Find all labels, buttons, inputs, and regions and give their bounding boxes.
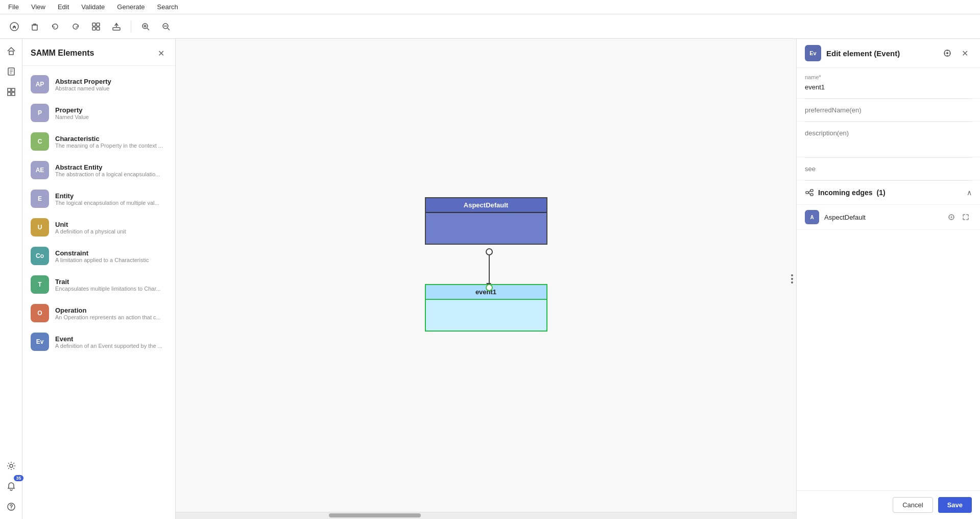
sidebar-item-abstract-entity[interactable]: AE Abstract Entity The abstraction of a … [22,156,175,184]
redo-button[interactable] [67,18,84,35]
edge-expand-button[interactable] [960,211,972,223]
undo-button[interactable] [47,18,63,35]
samm-info-operation: Operation An Operation represents an act… [55,306,167,320]
svg-rect-24 [12,92,15,96]
preferred-name-field [797,99,980,122]
menu-view[interactable]: View [29,2,47,12]
sidebar-item-unit[interactable]: U Unit A definition of a physical unit [22,213,175,242]
edge-locate-button[interactable] [945,211,958,223]
samm-desc-unit: A definition of a physical unit [55,228,167,234]
nav-home-button[interactable] [3,43,19,59]
svg-point-29 [946,52,948,54]
nav-grid-button[interactable] [3,84,19,100]
preferred-name-input[interactable] [805,105,972,115]
svg-rect-1 [32,25,37,30]
canvas-area[interactable]: AspectDefault event1 [176,39,796,519]
incoming-edges-header[interactable]: Incoming edges (1) ∧ [797,181,980,205]
samm-desc-abstract-entity: The abstraction of a logical encapsulati… [55,171,167,177]
sidebar-item-abstract-property[interactable]: AP Abstract Property Abstract named valu… [22,70,175,99]
sidebar-item-event[interactable]: Ev Event A definition of an Event suppor… [22,327,175,356]
menu-file[interactable]: File [6,2,21,12]
notification-badge[interactable]: 35 [3,478,19,494]
samm-badge-characteristic: C [31,132,49,151]
samm-info-abstract-property: Abstract Property Abstract named value [55,78,167,91]
notification-count: 35 [14,475,23,481]
samm-info-property: Property Named Value [55,106,167,120]
aspect-node[interactable]: AspectDefault [425,197,547,245]
canvas-scrollbar[interactable] [176,512,796,519]
help-button[interactable] [3,499,19,515]
menu-generate[interactable]: Generate [115,2,147,12]
sidebar-item-characteristic[interactable]: C Characteristic The meaning of a Proper… [22,127,175,156]
right-panel-close-button[interactable]: ✕ [958,46,972,60]
edge-items-container: A AspectDefault [797,205,980,230]
samm-name-trait: Trait [55,278,167,286]
samm-badge-entity: E [31,190,49,208]
event-node-body [426,300,546,331]
menu-edit[interactable]: Edit [56,2,71,12]
menu-validate[interactable]: Validate [79,2,107,12]
sidebar-header: SAMM Elements ✕ [22,39,175,66]
samm-info-abstract-entity: Abstract Entity The abstraction of a log… [55,163,167,177]
samm-name-entity: Entity [55,192,167,200]
incoming-edges-section: Incoming edges (1) ∧ A AspectDefault [797,181,980,230]
sidebar-item-entity[interactable]: E Entity The logical encapsulation of mu… [22,184,175,213]
name-label: name* [805,74,972,80]
sidebar-item-trait[interactable]: T Trait Encapsulates multiple limitation… [22,270,175,299]
samm-badge-abstract-property: AP [31,75,49,93]
sidebar-item-constraint[interactable]: Co Constraint A limitation applied to a … [22,242,175,270]
right-panel-badge: Ev [805,45,821,61]
event-node[interactable]: event1 [425,284,547,332]
toolbar-divider [131,20,131,33]
samm-desc-characteristic: The meaning of a Property in the context… [55,143,167,149]
description-input[interactable] [805,128,972,149]
right-panel-actions: ✕ [940,46,972,60]
delete-button[interactable] [27,18,43,35]
see-input[interactable] [805,164,972,174]
right-panel-locate-button[interactable] [940,46,954,60]
edge-actions [945,211,972,223]
samm-info-constraint: Constraint A limitation applied to a Cha… [55,249,167,263]
export-button[interactable] [108,18,125,35]
canvas-context-menu[interactable] [789,270,795,288]
home-button[interactable] [6,18,22,35]
diagram-button[interactable] [88,18,104,35]
samm-desc-operation: An Operation represents an action that c… [55,314,167,320]
right-panel: Ev Edit element (Event) ✕ name* [796,39,980,519]
samm-badge-trait: T [31,275,49,294]
samm-badge-event: Ev [31,333,49,351]
svg-line-37 [808,191,810,193]
nav-files-button[interactable] [3,63,19,80]
samm-name-property: Property [55,106,167,114]
svg-line-10 [147,28,149,30]
save-button[interactable]: Save [938,497,972,513]
zoom-out-button[interactable] [158,18,174,35]
incoming-edges-title: Incoming edges (1) [805,188,886,197]
svg-rect-7 [113,28,120,30]
sidebar-close-button[interactable]: ✕ [155,47,167,59]
name-input[interactable] [805,82,972,92]
zoom-in-button[interactable] [137,18,154,35]
samm-badge-operation: O [31,304,49,322]
svg-rect-16 [9,51,13,55]
right-panel-content: name* [797,68,980,490]
samm-info-trait: Trait Encapsulates multiple limitations … [55,278,167,292]
scrollbar-thumb[interactable] [329,513,421,517]
svg-line-38 [808,193,810,195]
svg-rect-36 [810,194,813,196]
aspect-node-header: AspectDefault [426,198,546,213]
samm-name-unit: Unit [55,221,167,228]
canvas-inner: AspectDefault event1 [176,39,796,519]
diagram-container: AspectDefault event1 [410,197,563,361]
right-panel-header: Ev Edit element (Event) ✕ [797,39,980,68]
svg-rect-5 [92,27,95,30]
samm-name-abstract-property: Abstract Property [55,78,167,85]
samm-name-characteristic: Characteristic [55,135,167,143]
incoming-edges-count: (1) [877,188,886,197]
menu-search[interactable]: Search [155,2,180,12]
sidebar-item-operation[interactable]: O Operation An Operation represents an a… [22,299,175,327]
samm-desc-event: A definition of an Event supported by th… [55,343,167,349]
cancel-button[interactable]: Cancel [893,497,933,513]
sidebar-item-property[interactable]: P Property Named Value [22,99,175,127]
settings-button[interactable] [3,458,19,474]
